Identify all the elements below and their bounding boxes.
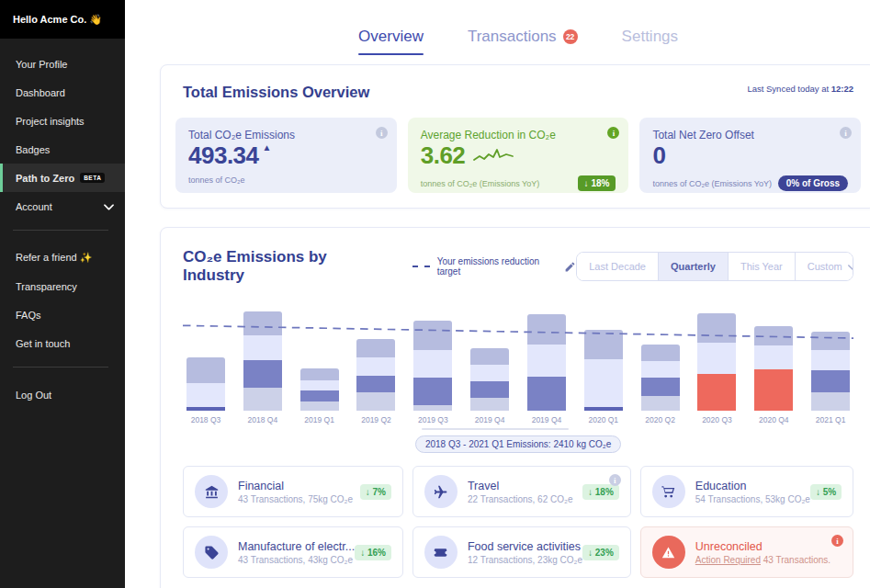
sidebar-item-refer-a-friend[interactable]: Refer a friend ✨ [0,243,125,272]
industry-name: Manufacture of electr... [238,540,355,553]
bar-segment-pale [697,343,736,374]
tab-label: Transactions [468,28,557,46]
x-axis-tick: 2020 Q1 [581,415,627,424]
tab-overview[interactable]: Overview [358,28,424,64]
info-icon[interactable]: i [607,127,619,139]
bar-segment-mid [584,330,623,359]
info-icon[interactable]: i [376,127,388,139]
bar-segment-mid [243,311,282,335]
bar-2018-q4[interactable] [240,305,286,411]
tag-icon [195,536,228,569]
industry-name: Food service activities [468,540,582,553]
industry-card-manufacture-of-electr[interactable]: Manufacture of electr...43 Transactions,… [183,526,403,578]
range-button-last-decade[interactable]: Last Decade [577,253,658,280]
bar-2019-q2[interactable] [353,305,399,411]
industry-card-financial[interactable]: Financial43 Transactions, 75kg CO₂e↓ 7% [183,466,403,517]
bar-2020-q1[interactable] [581,305,627,411]
industry-name: Travel [468,480,573,492]
bar-segment-dark [811,370,850,392]
bar-2020-q4[interactable] [751,305,797,411]
sidebar-item-get-in-touch[interactable]: Get in touch [0,329,125,357]
bar-segment-pale [243,335,282,360]
industry-name: Financial [238,480,353,492]
target-legend: Your emissions reduction target [412,256,576,277]
sidebar: Hello Acme Co. 👋 Your ProfileDashboardPr… [0,0,125,588]
bar-segment-paleGray [300,401,339,411]
industry-name: Unreconciled [695,540,830,553]
sidebar-item-label: Get in touch [16,338,70,349]
sidebar-item-label: Log Out [16,390,51,401]
bar-2019-q4[interactable] [467,305,513,411]
sidebar-item-path-to-zero[interactable]: Path to ZeroBETA [0,164,125,192]
offset-badge: 0% of Gross [778,175,848,191]
main-content: OverviewTransactions22Settings Total Emi… [125,0,870,588]
sidebar-item-transparency[interactable]: Transparency [0,272,125,300]
sidebar-item-badges[interactable]: Badges [0,135,125,164]
stat-sub: tonnes of CO₂e [188,175,245,185]
stat-sub: tonnes of CO₂e (Emissions YoY) [421,179,540,188]
info-icon[interactable]: i [609,474,621,486]
top-tabs: OverviewTransactions22Settings [160,0,870,64]
chart-title: CO₂e Emissions by Industry [183,248,381,285]
x-axis-tick: 2019 Q4 [524,415,570,424]
chart-scrollbar[interactable] [422,428,569,430]
industry-detail: Action Required 43 Transactions. [695,555,830,565]
reduction-badge: ↓ 18% [582,484,619,500]
sidebar-item-your-profile[interactable]: Your Profile [0,50,125,78]
warning-icon [652,536,685,569]
info-icon[interactable]: i [840,127,852,139]
stacked-bar [413,321,452,411]
sidebar-item-faqs[interactable]: FAQs [0,300,125,329]
sidebar-item-label: Badges [16,144,50,155]
bar-segment-dark [243,360,282,388]
bar-segment-paleGray [811,392,850,411]
stat-cards: i Total CO₂e Emissions 493.34▲ tonnes of… [175,118,861,193]
tab-label: Overview [358,28,424,46]
tab-settings[interactable]: Settings [622,28,678,64]
range-button-quarterly[interactable]: Quarterly [658,253,728,280]
x-axis-tick: 2018 Q4 [240,415,286,424]
industry-detail: 43 Transactions, 75kg CO₂e [238,494,353,504]
stacked-bar [641,345,680,411]
info-icon[interactable]: i [831,535,843,547]
action-required-link[interactable]: Action Required [695,555,761,565]
industry-card-food-service-activities[interactable]: Food service activities12 Transactions, … [412,526,631,578]
tab-transactions[interactable]: Transactions22 [468,28,578,64]
industry-card-education[interactable]: Education54 Transactions, 53kg CO₂e↓ 5% [640,466,853,517]
stacked-bar [300,368,339,411]
x-axis-tick: 2020 Q4 [751,415,797,424]
bar-segment-pale [754,345,793,369]
bar-segment-dark [527,377,566,411]
sidebar-item-label: Refer a friend ✨ [16,252,92,264]
stacked-bar [697,313,736,411]
stat-label: Total Net Zero Offset [652,129,848,141]
reduction-badge: ↓ 7% [360,484,391,500]
sidebar-item-project-insights[interactable]: Project insights [0,107,125,135]
bar-2021-q1[interactable] [808,305,853,411]
sidebar-item-label: FAQs [16,310,41,321]
range-button-label: Last Decade [589,261,646,272]
reduction-badge: ↓ 5% [810,484,842,500]
bar-2019-q3[interactable] [410,305,456,411]
bar-2020-q3[interactable] [694,305,740,411]
bar-2020-q2[interactable] [638,305,684,411]
bar-segment-pale [300,380,339,390]
industry-card-unreconciled[interactable]: UnreconciledAction Required 43 Transacti… [640,526,853,578]
sidebar-divider [13,230,108,231]
industry-card-travel[interactable]: Travel22 Transactions, 62 CO₂e↓ 18%i [412,466,631,517]
bar-segment-mid [811,332,850,350]
stat-value: 493.34▲ [188,143,384,167]
bar-2019-q4[interactable] [524,305,570,411]
range-button-custom[interactable]: Custom [795,253,853,280]
sidebar-item-account[interactable]: Account [0,192,125,220]
range-button-this-year[interactable]: This Year [728,253,795,280]
sidebar-item-dashboard[interactable]: Dashboard [0,78,125,107]
edit-target-icon[interactable] [564,261,576,273]
industry-grid: Financial43 Transactions, 75kg CO₂e↓ 7%T… [183,466,853,578]
stat-label: Average Reduction in CO₂e [421,129,616,141]
bar-segment-pale [356,357,395,376]
bar-segment-strip [186,407,225,411]
bar-2019-q1[interactable] [297,305,343,411]
bar-2018-q3[interactable] [183,305,229,411]
sidebar-item-log-out[interactable]: Log Out [0,380,125,409]
